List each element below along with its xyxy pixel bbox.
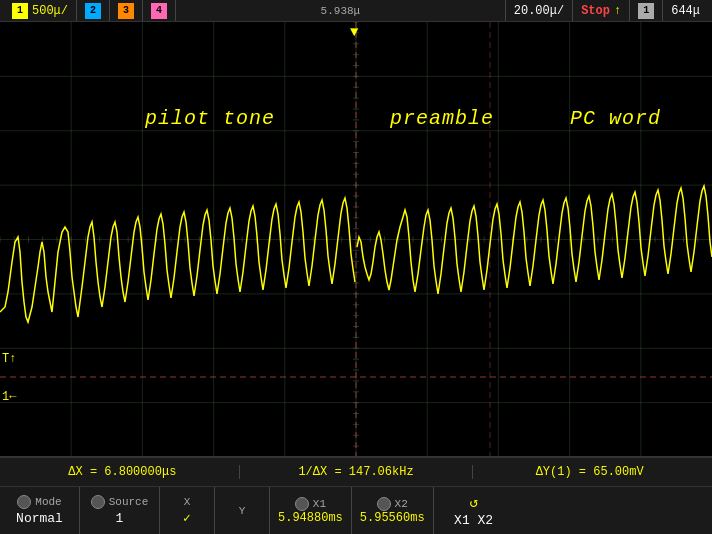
x1-control[interactable]: X1 5.94880ms (270, 487, 352, 534)
ch1-div: 1 500μ/ (4, 0, 77, 21)
x2-control[interactable]: X2 5.95560ms (352, 487, 434, 534)
x1-icon (295, 497, 309, 511)
ch2-box: 2 (85, 3, 101, 19)
ch4-box: 4 (151, 3, 167, 19)
x-label-top: X (184, 496, 191, 508)
x2-icon (377, 497, 391, 511)
replay-icon: ↺ (469, 494, 477, 511)
ref-box-container: 1 (630, 0, 663, 21)
pc-word-label: PC word (570, 107, 661, 130)
y-label: Y (239, 505, 246, 517)
scope-screen: T↑ 1← ▼ pilot tone preamble PC word (0, 22, 712, 457)
sample-count: 644μ (663, 0, 708, 21)
stop-label: Stop (581, 4, 610, 18)
source-control[interactable]: Source 1 (80, 487, 160, 534)
top-bar: 1 500μ/ 2 3 4 5.938μ 20.00μ/ Stop ↑ 1 64… (0, 0, 712, 22)
x1x2-label: X1 X2 (454, 513, 493, 528)
trigger-pos: 5.938μ (176, 0, 506, 21)
mode-label: Mode (35, 496, 61, 508)
trigger-pos-label: 5.938μ (321, 5, 361, 17)
control-bar: Mode Normal Source 1 X ✓ Y X1 5.94880ms … (0, 487, 712, 534)
trigger-position-arrow: ▼ (350, 24, 358, 40)
ch2-div: 2 (77, 0, 110, 21)
stop-status: Stop ↑ (573, 0, 630, 21)
time-div: 20.00μ/ (506, 0, 573, 21)
inv-delta-x-measurement: 1/ΔX = 147.06kHz (240, 465, 474, 479)
replay-icon-container: ↺ (469, 494, 477, 511)
sample-count-value: 644μ (671, 4, 700, 18)
delta-x-measurement: ΔX = 6.800000μs (6, 465, 240, 479)
ch1-ground-marker: 1← (2, 390, 16, 404)
source-icon (91, 495, 105, 509)
x-label: X (184, 496, 191, 508)
x1-label-top: X1 (295, 497, 326, 511)
y-control[interactable]: Y (215, 487, 270, 534)
x-checkmark: ✓ (183, 510, 191, 526)
x2-label-top: X2 (377, 497, 408, 511)
x-control[interactable]: X ✓ (160, 487, 215, 534)
source-label: Source (109, 496, 149, 508)
mode-icon (17, 495, 31, 509)
ch1-box: 1 (12, 3, 28, 19)
x2-value: 5.95560ms (360, 511, 425, 525)
x1-label: X1 (313, 498, 326, 510)
x1x2-control[interactable]: ↺ X1 X2 (434, 487, 514, 534)
mode-label-top: Mode (17, 495, 61, 509)
ref-box: 1 (638, 3, 654, 19)
pilot-tone-label: pilot tone (145, 107, 275, 130)
y-label-top: Y (239, 505, 246, 517)
measurement-bar: ΔX = 6.800000μs 1/ΔX = 147.06kHz ΔY(1) =… (0, 457, 712, 487)
mode-control[interactable]: Mode Normal (0, 487, 80, 534)
ch4-div: 4 (143, 0, 176, 21)
delta-y-measurement: ΔY(1) = 65.00mV (473, 465, 706, 479)
preamble-label: preamble (390, 107, 494, 130)
source-value: 1 (116, 511, 124, 526)
source-label-top: Source (91, 495, 149, 509)
mode-value: Normal (16, 511, 63, 526)
x1-value: 5.94880ms (278, 511, 343, 525)
waveform (0, 22, 712, 457)
ch1-value: 500μ/ (32, 4, 68, 18)
trigger-level-marker: T↑ (2, 352, 16, 366)
ch3-box: 3 (118, 3, 134, 19)
x2-label: X2 (395, 498, 408, 510)
time-div-value: 20.00μ/ (514, 4, 564, 18)
trigger-edge-icon: ↑ (614, 4, 621, 18)
ch3-div: 3 (110, 0, 143, 21)
